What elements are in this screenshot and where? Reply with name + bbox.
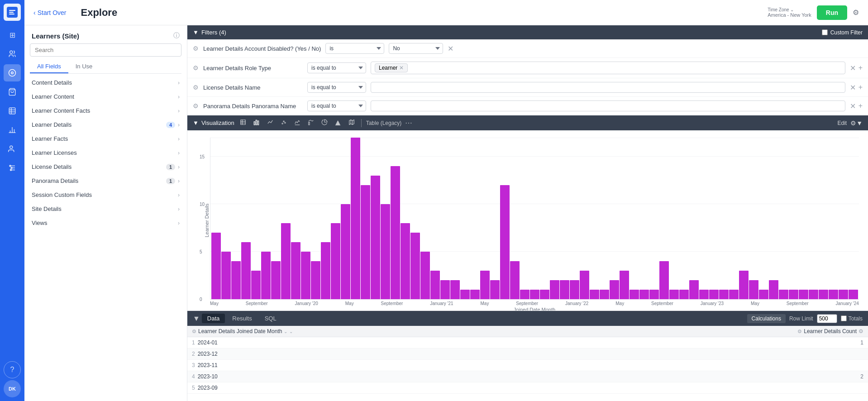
filter-row-2: ⚙ Learner Details Role Type is equal to …	[187, 58, 868, 78]
filter-remove-icon-4[interactable]: ✕	[850, 102, 856, 110]
filter-value-input-3[interactable]	[371, 82, 845, 93]
viz-bar-icon[interactable]	[252, 118, 262, 128]
list-item[interactable]: Views ›	[24, 216, 187, 230]
cart-icon[interactable]	[4, 83, 21, 100]
x-axis-label: Joined Date Month	[210, 306, 859, 310]
col-header-joined-date[interactable]: ⚙ Learner Details Joined Date Month ⌄ ⌄	[187, 326, 592, 337]
data-section: ▼ Data Results SQL Calculations Row Limi…	[187, 310, 868, 401]
field-tabs: All Fields In Use	[30, 60, 181, 74]
viz-edit-button[interactable]: Edit	[837, 120, 847, 126]
tab-sql[interactable]: SQL	[259, 314, 282, 323]
field-list: Content Details › Learner Content › Lear…	[24, 76, 187, 401]
table-icon[interactable]	[4, 102, 21, 119]
gear-col-icon-2[interactable]: ⚙	[797, 329, 802, 334]
filter-value-input-4[interactable]	[371, 100, 845, 111]
field-badge: 1	[166, 164, 175, 170]
filter-remove-icon-1[interactable]: ✕	[448, 44, 453, 53]
users-icon[interactable]	[4, 45, 21, 62]
logo[interactable]	[4, 4, 21, 21]
list-item[interactable]: Session Custom Fields ›	[24, 188, 187, 202]
chevron-right-icon: ›	[178, 150, 180, 156]
help-icon[interactable]: ?	[4, 361, 21, 378]
table-row: 32023-11	[187, 360, 868, 371]
filter-toggle-icon[interactable]: ▼	[193, 29, 199, 36]
viz-settings-icon[interactable]: ⚙▼	[850, 119, 863, 127]
field-badge: 1	[166, 178, 175, 184]
viz-table-icon[interactable]	[238, 118, 248, 128]
filter-name-1: Learner Details Account Disabled? (Yes /…	[203, 45, 321, 52]
list-item[interactable]: Panorama Details 1 ›	[24, 174, 187, 188]
viz-combo-icon[interactable]	[306, 118, 316, 128]
viz-header: ▼ Visualization	[187, 115, 868, 130]
filter-value-1[interactable]: No Yes	[389, 43, 443, 54]
list-item[interactable]: Learner Licenses ›	[24, 146, 187, 160]
gear-col-icon[interactable]: ⚙	[192, 329, 196, 334]
list-item[interactable]: Learner Details 4 ›	[24, 118, 187, 132]
people2-icon[interactable]	[4, 140, 21, 158]
chevron-right-icon: ›	[178, 80, 180, 86]
info-icon[interactable]: ⓘ	[173, 32, 180, 40]
viz-toggle-icon[interactable]: ▼	[193, 119, 199, 126]
col-header-count[interactable]: ⚙ Learner Details Count ⚙	[592, 326, 868, 337]
filter-add-icon-3[interactable]: +	[858, 83, 863, 91]
filter-gear-icon-4[interactable]: ⚙	[193, 102, 199, 110]
filter-name-4: Panorama Details Panorama Name	[203, 103, 303, 110]
totals-toggle[interactable]: Totals	[841, 315, 863, 322]
viz-area-icon[interactable]	[292, 118, 302, 128]
chevron-right-icon: ›	[178, 122, 180, 128]
svg-rect-5	[9, 108, 15, 114]
tab-results[interactable]: Results	[227, 314, 257, 323]
row-limit-input[interactable]	[817, 314, 837, 323]
list-item[interactable]: Site Details ›	[24, 202, 187, 216]
filter-operator-2[interactable]: is equal to	[307, 62, 366, 73]
viz-funnel-icon[interactable]: ⯅	[333, 119, 343, 128]
settings-icon[interactable]: ⚙	[853, 8, 859, 17]
sidebar: ⊞ ? DK	[0, 0, 24, 401]
list-item[interactable]: Learner Content Facts ›	[24, 104, 187, 118]
chart2-icon[interactable]	[4, 121, 21, 138]
chevron-right-icon: ›	[178, 108, 180, 114]
grid-icon[interactable]: ⊞	[4, 26, 21, 43]
table-row: 22023-12	[187, 348, 868, 360]
filter-gear-icon-3[interactable]: ⚙	[193, 84, 199, 91]
filter-operator-1[interactable]: is	[325, 43, 384, 54]
search-input[interactable]	[30, 43, 181, 57]
filters-title: ▼ Filters (4)	[193, 29, 226, 36]
search-box	[30, 43, 181, 57]
tab-in-use[interactable]: In Use	[68, 60, 100, 73]
list-item[interactable]: Content Details ›	[24, 76, 187, 90]
svg-rect-31	[308, 122, 309, 125]
filter-add-icon-4[interactable]: +	[858, 102, 863, 110]
run-button[interactable]: Run	[817, 5, 847, 20]
data-toggle-icon[interactable]: ▼	[193, 315, 200, 323]
custom-filter-toggle[interactable]: Custom Filter	[822, 29, 863, 36]
sliders-icon[interactable]	[4, 159, 21, 177]
filter-add-icon-2[interactable]: +	[858, 64, 863, 72]
sort-desc-icon[interactable]: ⌄	[289, 329, 293, 334]
avatar[interactable]: DK	[4, 380, 21, 397]
tab-data[interactable]: Data	[202, 314, 225, 323]
viz-line-icon[interactable]	[265, 118, 275, 128]
viz-map-icon[interactable]	[347, 118, 357, 128]
list-item[interactable]: Learner Content ›	[24, 90, 187, 104]
col-settings-icon[interactable]: ⚙	[858, 328, 863, 334]
filter-gear-icon-2[interactable]: ⚙	[193, 64, 199, 72]
list-item[interactable]: Learner Facts ›	[24, 132, 187, 146]
filter-remove-icon-2[interactable]: ✕	[850, 64, 856, 72]
calculations-button[interactable]: Calculations	[747, 314, 786, 323]
filter-gear-icon[interactable]: ⚙	[193, 45, 199, 52]
filter-remove-icon-3[interactable]: ✕	[850, 83, 856, 92]
viz-pie-icon[interactable]	[320, 118, 329, 128]
tag-remove-icon[interactable]: ✕	[399, 65, 404, 71]
custom-filter-checkbox[interactable]	[822, 29, 828, 35]
tab-all-fields[interactable]: All Fields	[30, 60, 68, 73]
viz-more-icon[interactable]: ⋯	[405, 119, 412, 127]
explore-icon[interactable]	[4, 64, 21, 81]
totals-checkbox[interactable]	[841, 315, 847, 321]
list-item[interactable]: License Details 1 ›	[24, 160, 187, 174]
filter-operator-3[interactable]: is equal to	[307, 82, 366, 93]
filter-operator-4[interactable]: is equal to	[307, 100, 366, 111]
back-link[interactable]: ‹ Start Over	[33, 9, 66, 16]
viz-scatter-icon[interactable]	[279, 118, 289, 128]
sort-asc-icon[interactable]: ⌄	[284, 329, 287, 334]
